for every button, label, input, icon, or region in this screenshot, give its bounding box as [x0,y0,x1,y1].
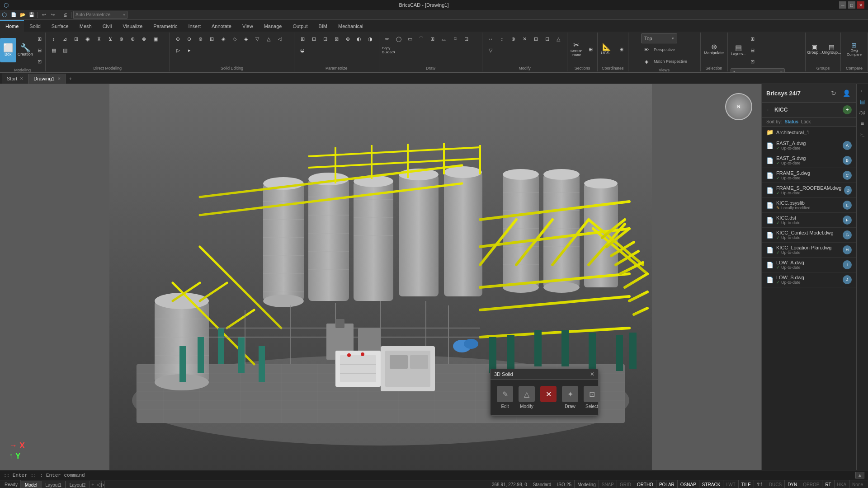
param-btn-6[interactable]: ◐ [354,33,364,44]
navigation-compass[interactable]: N [725,93,752,120]
model-status[interactable]: None [849,480,866,488]
dm-btn-12[interactable]: ▥ [60,45,71,56]
param-btn-4[interactable]: ⊠ [331,33,342,44]
mod-btn-2[interactable]: ↕ [496,33,507,44]
se-btn-7[interactable]: ◈ [241,33,251,44]
se-btn-3[interactable]: ⊗ [195,33,206,44]
tab-surface[interactable]: Surface [46,20,74,32]
dm-btn-7[interactable]: ⊛ [116,33,127,44]
ducs-toggle[interactable]: DUCS [766,480,785,488]
layer-btn-3[interactable]: ⊡ [747,56,758,67]
hka-toggle[interactable]: HKA [835,480,850,488]
kicc-add-button[interactable]: + [843,105,852,114]
coord-extra-btn[interactable]: ⊞ [616,44,627,55]
print-button[interactable]: 🖨 [61,11,69,19]
dyn-toggle[interactable]: DYN [785,480,800,488]
save-button[interactable]: 💾 [28,11,36,19]
sort-lock[interactable]: Lock [801,119,811,124]
list-item[interactable]: 📄 KICC_Location Plan.dwg ✓ Up-to-date H [762,243,856,258]
se-btn-9[interactable]: △ [263,33,274,44]
minimize-button[interactable]: ─ [839,1,846,9]
tab-view[interactable]: View [237,20,259,32]
group-button[interactable]: ▣ Group... [807,37,823,61]
scene-canvas[interactable] [0,84,761,470]
rt-btn-properties[interactable]: ≡ [858,118,868,128]
se-btn-2[interactable]: ⊖ [184,33,195,44]
tab-output[interactable]: Output [287,20,313,32]
draw-btn-8[interactable]: ⊡ [461,33,472,44]
list-item[interactable]: 📄 EAST_A.dwg ✓ Up-to-date A [762,138,856,153]
param-btn-7[interactable]: ◑ [365,33,376,44]
ucs-button[interactable]: 📐 UCS... [599,37,615,61]
list-item[interactable]: 📄 EAST_S.dwg ✓ Up-to-date B [762,153,856,168]
param-btn-3[interactable]: ⊡ [320,33,330,44]
rt-btn-fx[interactable]: f(x) [858,108,868,117]
modeling-btn-1[interactable]: ⊞ [34,33,45,44]
dm-btn-9[interactable]: ⊗ [139,33,150,44]
sort-status[interactable]: Status [784,119,798,124]
sections-extra-btn[interactable]: ⊞ [585,44,596,55]
tab-annotate[interactable]: Annotate [206,20,237,32]
popup-draw[interactable]: ✦ Draw [559,383,581,412]
dm-btn-11[interactable]: ▤ [48,45,59,56]
box-button[interactable]: ⬜ Box [0,38,16,62]
polar-toggle[interactable]: POLAR [656,480,678,488]
mod-btn-5[interactable]: ⊞ [530,33,541,44]
list-item[interactable]: 📄 FRAME_S_ROOFBEAM.dwg ✓ Up-to-date D [762,183,856,198]
creation-button[interactable]: 🔧 Creation [17,38,33,62]
file-list[interactable]: 📁 Architectural_1 📄 EAST_A.dwg ✓ Up-to-d… [762,127,856,470]
rt-btn-layers[interactable]: ▤ [858,97,868,107]
draw-btn-1[interactable]: ✏ [382,33,393,44]
redo-button[interactable]: ↪ [49,11,57,19]
close-start-tab[interactable]: ✕ [20,76,24,81]
list-item[interactable]: 📄 LOW_A.dwg ✓ Up-to-date I [762,258,856,272]
draw-btn-2[interactable]: ◯ [393,33,404,44]
tile-toggle[interactable]: TILE [739,480,754,488]
se-btn-10[interactable]: ◁ [274,33,285,44]
modeling-btn-3[interactable]: ⊡ [34,56,45,67]
mod-btn-6[interactable]: ⊟ [542,33,552,44]
rt-btn-arrow[interactable]: ← [858,86,868,96]
list-item[interactable]: 📄 LOW_S.dwg ✓ Up-to-date J [762,272,856,287]
dm-btn-3[interactable]: ⊞ [71,33,82,44]
draw-btn-3[interactable]: ▭ [405,33,415,44]
layout2-tab[interactable]: Layout2 [66,481,90,488]
nav-prev[interactable]: ◁ [97,481,100,488]
popup-modify[interactable]: △ Modify [516,383,538,412]
layer-dropdown[interactable]: 0 ▾ [731,68,785,72]
viewport[interactable]: N → X ↑ Y 3D Solid ✕ ✎ Edit [0,84,761,470]
list-item[interactable]: 📄 KICC.dst ✓ Up-to-date F [762,213,856,228]
section-plane-button[interactable]: ✂ SectionPlane [568,37,585,61]
se-btn-11[interactable]: ▷ [173,45,184,56]
mod-btn-7[interactable]: △ [553,33,564,44]
se-btn-6[interactable]: ◇ [229,33,240,44]
copy-guided-btn[interactable]: Copy Guided▾ [382,45,403,56]
se-btn-1[interactable]: ⊕ [173,33,184,44]
rt-btn-cmd[interactable]: >_ [858,129,868,139]
kicc-back-button[interactable]: ← [766,107,772,113]
list-item[interactable]: 📄 KICC.bsyslib ✎ Locally modified E [762,198,856,213]
dm-btn-10[interactable]: ▣ [150,33,161,44]
draw-btn-6[interactable]: ⌓ [439,33,449,44]
tab-bim[interactable]: BIM [313,20,333,32]
tab-start[interactable]: Start ✕ [2,74,28,84]
se-btn-4[interactable]: ⊞ [207,33,217,44]
tab-manage[interactable]: Manage [259,20,288,32]
nav-next[interactable]: ▷ [101,481,105,488]
scale-display[interactable]: 1:1 [754,480,766,488]
list-item[interactable]: 📄 FRAME_S.dwg ✓ Up-to-date C [762,168,856,183]
close-drawing1-tab[interactable]: ✕ [57,76,61,81]
layer-btn-1[interactable]: ⊞ [747,33,758,44]
tab-solid[interactable]: Solid [24,20,46,32]
qprop-toggle[interactable]: QPROP [800,480,822,488]
tab-mechanical[interactable]: Mechanical [333,20,369,32]
layer-btn-2[interactable]: ⊟ [747,45,758,56]
list-item[interactable]: 📁 Architectural_1 [762,127,856,138]
tab-visualize[interactable]: Visualize [117,20,148,32]
rt-toggle[interactable]: RT [822,480,834,488]
dm-btn-2[interactable]: ⊿ [60,33,71,44]
strack-toggle[interactable]: STRACK [699,480,724,488]
popup-delete[interactable]: ✕ [538,383,559,412]
draw-btn-7[interactable]: ⌑ [450,33,461,44]
tab-parametric[interactable]: Parametric [148,20,183,32]
